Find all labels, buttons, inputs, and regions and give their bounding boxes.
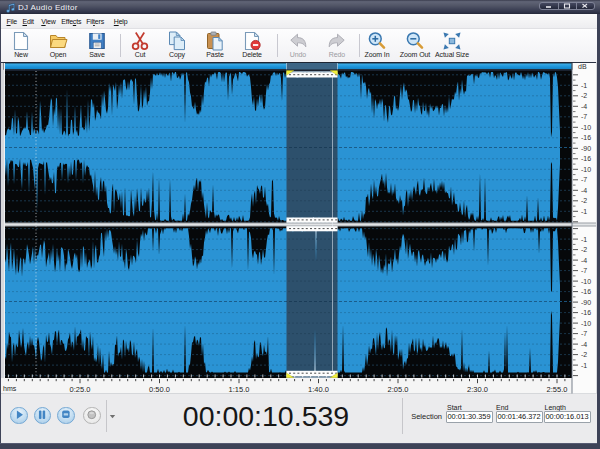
svg-text:-7: -7 — [581, 267, 587, 274]
svg-text:-4: -4 — [581, 103, 587, 110]
svg-text:-4: -4 — [581, 341, 587, 348]
svg-text:-2: -2 — [581, 197, 587, 204]
svg-text:hms: hms — [3, 385, 17, 392]
svg-text:1:15.0: 1:15.0 — [229, 385, 250, 394]
svg-text:-10: -10 — [581, 278, 591, 285]
svg-text:-1: -1 — [581, 236, 587, 243]
svg-text:-16: -16 — [581, 309, 591, 316]
svg-text:-1: -1 — [581, 82, 587, 89]
svg-text:dB: dB — [578, 63, 587, 70]
svg-text:2:55.0: 2:55.0 — [547, 385, 568, 394]
svg-text:-90: -90 — [581, 299, 591, 306]
svg-text:-90: -90 — [581, 145, 591, 152]
svg-text:2:30.0: 2:30.0 — [467, 385, 488, 394]
svg-text:-7: -7 — [581, 113, 587, 120]
svg-text:-4: -4 — [581, 187, 587, 194]
svg-text:-1: -1 — [581, 362, 587, 369]
svg-text:-7: -7 — [581, 330, 587, 337]
svg-text:-2: -2 — [581, 351, 587, 358]
svg-text:-16: -16 — [581, 134, 591, 141]
svg-text:-16: -16 — [581, 155, 591, 162]
svg-text:0:25.0: 0:25.0 — [70, 385, 91, 394]
svg-text:-16: -16 — [581, 288, 591, 295]
svg-text:-2: -2 — [581, 92, 587, 99]
svg-text:-2: -2 — [581, 246, 587, 253]
svg-text:-10: -10 — [581, 166, 591, 173]
svg-text:2:05.0: 2:05.0 — [388, 385, 409, 394]
svg-text:-1: -1 — [581, 208, 587, 215]
svg-text:0:50.0: 0:50.0 — [149, 385, 170, 394]
svg-text:-10: -10 — [581, 320, 591, 327]
svg-text:-7: -7 — [581, 176, 587, 183]
svg-text:-4: -4 — [581, 257, 587, 264]
svg-text:1:40.0: 1:40.0 — [308, 385, 329, 394]
svg-text:-10: -10 — [581, 124, 591, 131]
